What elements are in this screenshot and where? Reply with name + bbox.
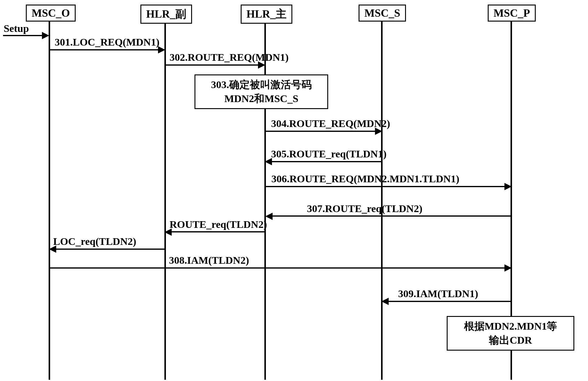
note-303: 303.确定被叫激活号码 MDN2和MSC_S	[194, 74, 328, 109]
arrow-307	[272, 215, 511, 217]
label-306: 306.ROUTE_REQ(MDN2.MDN1.TLDN1)	[271, 173, 459, 185]
participant-hlr-zhu: HLR_主	[241, 5, 292, 24]
lifeline-hlr-fu	[164, 21, 166, 380]
note-303-line1: 303.确定被叫激活号码	[199, 78, 324, 92]
label-305: 305.ROUTE_req(TLDN1)	[271, 148, 387, 160]
arrow-308	[50, 267, 505, 269]
label-309: 309.IAM(TLDN1)	[398, 288, 478, 300]
arrow-305	[271, 161, 381, 162]
arrow-306	[265, 186, 505, 187]
label-locreq2: LOC_req(TLDN2)	[53, 236, 136, 247]
arrow-setup	[3, 35, 43, 36]
lifeline-msc-s	[381, 21, 383, 380]
arrow-302	[165, 64, 259, 66]
participant-msc-o: MSC_O	[26, 5, 76, 22]
label-301: 301.LOC_REQ(MDN1)	[55, 36, 160, 48]
arrow-locreq2	[56, 249, 165, 250]
note-cdr: 根据MDN2.MDN1等 输出CDR	[447, 316, 574, 351]
label-setup: Setup	[4, 23, 29, 34]
note-303-line2: MDN2和MSC_S	[199, 92, 324, 106]
participant-msc-p: MSC_P	[488, 5, 536, 22]
note-cdr-line2: 输出CDR	[451, 333, 570, 347]
arrowhead-308	[504, 264, 512, 272]
label-308: 308.IAM(TLDN2)	[169, 255, 249, 266]
label-302: 302.ROUTE_REQ(MDN1)	[170, 52, 289, 63]
arrowhead-306	[504, 183, 512, 190]
lifeline-msc-o	[49, 21, 50, 380]
participant-msc-s: MSC_S	[359, 5, 406, 22]
arrow-routereq2	[171, 231, 265, 232]
arrow-301	[50, 49, 159, 50]
label-304: 304.ROUTE_REQ(MDN2)	[271, 118, 390, 129]
arrow-304	[265, 131, 376, 132]
arrowhead-setup	[42, 32, 49, 39]
arrowhead-309	[381, 298, 389, 305]
participant-hlr-fu: HLR_副	[140, 5, 192, 24]
arrow-309	[388, 301, 511, 302]
note-cdr-line1: 根据MDN2.MDN1等	[451, 319, 570, 333]
label-routereq2: ROUTE_req(TLDN2)	[170, 219, 267, 230]
label-307: 307.ROUTE_req(TLDN2)	[307, 203, 422, 215]
